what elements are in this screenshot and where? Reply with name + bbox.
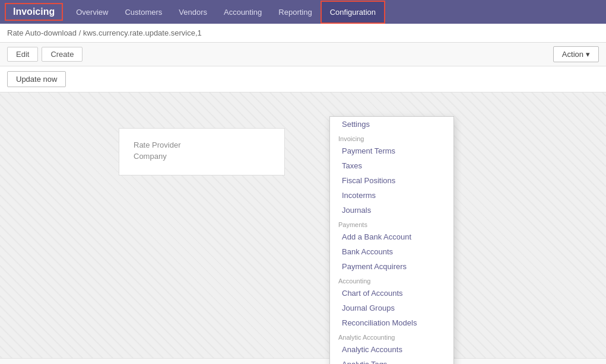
dropdown-section-analytic: Analytic Accounting <box>330 330 453 342</box>
rate-provider-label: Rate Provider <box>134 141 193 149</box>
form-card: Rate Provider Company <box>119 128 285 175</box>
breadcrumb: Rate Auto-download / kws.currency.rate.u… <box>0 24 606 43</box>
dropdown-analytic-accounts[interactable]: Analytic Accounts <box>330 342 453 357</box>
dropdown-section-invoicing: Invoicing <box>330 132 453 143</box>
form-area: Rate Provider Company <box>0 92 606 364</box>
configuration-dropdown: Settings Invoicing Payment Terms Taxes F… <box>329 116 454 364</box>
create-button[interactable]: Create <box>42 47 83 62</box>
dropdown-chart-of-accounts[interactable]: Chart of Accounts <box>330 286 453 301</box>
nav-accounting[interactable]: Accounting <box>215 2 270 23</box>
dropdown-section-payments: Payments <box>330 218 453 229</box>
edit-button[interactable]: Edit <box>7 47 38 62</box>
nav-overview[interactable]: Overview <box>68 2 116 23</box>
dropdown-journals[interactable]: Journals <box>330 203 453 218</box>
dropdown-settings[interactable]: Settings <box>330 117 453 132</box>
bottom-bar: Send message Log note Today <box>0 358 606 364</box>
toolbar: Edit Create Action ▾ <box>0 43 606 66</box>
dropdown-fiscal-positions[interactable]: Fiscal Positions <box>330 173 453 188</box>
main-content: Rate Provider Company Settings Invoicing… <box>0 92 606 364</box>
dropdown-bank-accounts[interactable]: Bank Accounts <box>330 244 453 259</box>
action-button[interactable]: Action ▾ <box>553 46 599 62</box>
nav-customers[interactable]: Customers <box>116 2 170 23</box>
dropdown-journal-groups[interactable]: Journal Groups <box>330 301 453 315</box>
dropdown-taxes[interactable]: Taxes <box>330 158 453 173</box>
breadcrumb-text: Rate Auto-download / kws.currency.rate.u… <box>7 28 202 37</box>
dropdown-analytic-tags[interactable]: Analytic Tags <box>330 357 453 364</box>
nav-reporting[interactable]: Reporting <box>270 2 320 23</box>
dropdown-add-bank-account[interactable]: Add a Bank Account <box>330 229 453 244</box>
navbar: Invoicing Overview Customers Vendors Acc… <box>0 0 606 24</box>
app-brand[interactable]: Invoicing <box>5 3 63 21</box>
dropdown-section-accounting: Accounting <box>330 274 453 286</box>
dropdown-payment-acquirers[interactable]: Payment Acquirers <box>330 259 453 274</box>
action-label: Action <box>562 50 583 59</box>
nav-configuration[interactable]: Configuration <box>321 1 385 24</box>
update-bar: Update now <box>0 66 606 92</box>
company-row: Company <box>134 152 270 161</box>
nav-items: Overview Customers Vendors Accounting Re… <box>68 1 385 24</box>
dropdown-reconciliation-models[interactable]: Reconciliation Models <box>330 315 453 330</box>
company-label: Company <box>134 152 193 161</box>
update-now-button[interactable]: Update now <box>7 71 66 87</box>
dropdown-payment-terms[interactable]: Payment Terms <box>330 143 453 158</box>
rate-provider-row: Rate Provider <box>134 141 270 149</box>
action-chevron-icon: ▾ <box>586 50 590 59</box>
nav-vendors[interactable]: Vendors <box>170 2 215 23</box>
dropdown-incoterms[interactable]: Incoterms <box>330 188 453 203</box>
